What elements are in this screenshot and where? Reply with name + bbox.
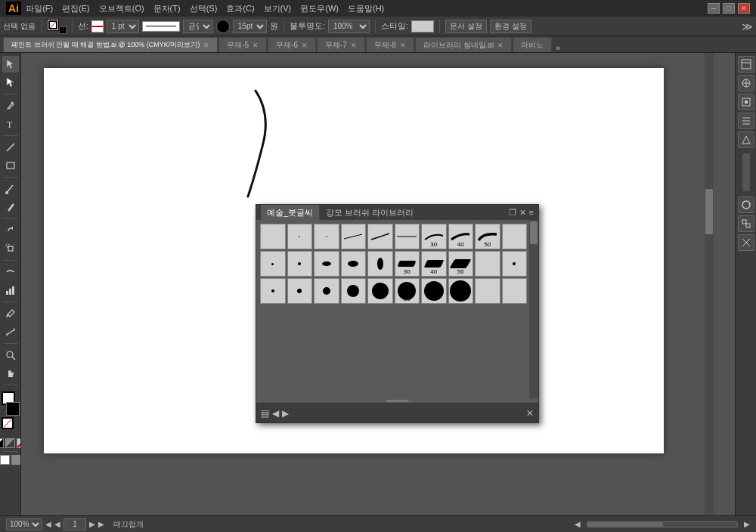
tool-rotate[interactable] bbox=[2, 222, 19, 239]
close-button[interactable]: ✕ bbox=[738, 3, 750, 14]
menu-edit[interactable]: 편집(E) bbox=[62, 3, 90, 14]
stroke-color-box[interactable] bbox=[6, 402, 20, 416]
tool-pencil[interactable] bbox=[2, 199, 19, 215]
tab-4-close[interactable]: ✕ bbox=[400, 42, 406, 49]
tab-3[interactable]: 무제-7 ✕ bbox=[317, 37, 365, 52]
tool-hand[interactable] bbox=[2, 365, 19, 382]
menu-help[interactable]: 도움말(H) bbox=[348, 3, 384, 14]
nav-prev-2[interactable]: ◀ bbox=[54, 520, 60, 528]
maximize-button[interactable]: □ bbox=[723, 3, 735, 14]
brush-cell[interactable] bbox=[287, 278, 313, 304]
menu-select[interactable]: 선택(S) bbox=[190, 3, 218, 14]
tool-pen[interactable] bbox=[2, 97, 19, 114]
tab-5[interactable]: 라이브러리 썸네일.ai ✕ bbox=[415, 37, 512, 52]
brush-cell[interactable]: 50 bbox=[448, 278, 474, 304]
brush-dialog-menu-button[interactable]: ≡ bbox=[529, 208, 534, 218]
brush-cell[interactable]: 40 bbox=[421, 251, 447, 277]
brush-cell[interactable] bbox=[341, 224, 367, 249]
fill-size-select[interactable]: 15pt bbox=[233, 20, 267, 33]
color-selector[interactable] bbox=[0, 391, 21, 416]
tab-5-close[interactable]: ✕ bbox=[497, 42, 503, 49]
brush-cell[interactable] bbox=[502, 224, 528, 249]
menu-type[interactable]: 문자(T) bbox=[153, 3, 181, 14]
right-panel-btn-1[interactable] bbox=[738, 56, 754, 73]
brush-dialog-close-button[interactable]: ✕ bbox=[519, 208, 526, 218]
brush-cell[interactable]: 50 bbox=[448, 251, 474, 277]
brush-cell[interactable] bbox=[260, 278, 286, 304]
brush-cell[interactable]: 40 bbox=[448, 224, 474, 249]
brush-cell[interactable] bbox=[314, 224, 339, 249]
env-settings-button[interactable]: 환경 설정 bbox=[490, 20, 531, 33]
menu-effect[interactable]: 효과(C) bbox=[226, 3, 254, 14]
nav-next-2[interactable]: ▶ bbox=[89, 520, 95, 528]
brush-cell[interactable]: 40 bbox=[421, 278, 447, 304]
fullscreen-button[interactable] bbox=[11, 455, 21, 465]
tab-active-close[interactable]: ✕ bbox=[203, 42, 209, 49]
right-panel-btn-7[interactable] bbox=[738, 215, 754, 232]
nav-next[interactable]: ▶ bbox=[98, 520, 104, 528]
brush-scroll-track[interactable] bbox=[529, 220, 538, 398]
brush-cell[interactable] bbox=[260, 224, 286, 249]
tab-2-close[interactable]: ✕ bbox=[302, 42, 308, 49]
brush-cell[interactable] bbox=[287, 224, 313, 249]
tool-warp[interactable] bbox=[2, 264, 19, 280]
minimize-button[interactable]: ─ bbox=[708, 3, 720, 14]
brush-cell[interactable] bbox=[367, 251, 393, 277]
toolbar-expand-button[interactable]: ≫ bbox=[742, 20, 753, 32]
brush-cell[interactable] bbox=[475, 251, 500, 277]
brush-tab-library[interactable]: 강모 브러쉬 라이브러리 bbox=[320, 205, 420, 220]
scroll-thumb[interactable] bbox=[705, 189, 713, 234]
tab-1[interactable]: 무제-5 ✕ bbox=[218, 37, 267, 52]
right-panel-btn-3[interactable] bbox=[738, 94, 754, 110]
tool-selection[interactable] bbox=[2, 56, 19, 73]
right-panel-btn-5[interactable] bbox=[738, 131, 754, 148]
brush-cell[interactable]: 30 bbox=[421, 224, 447, 249]
brush-cell[interactable] bbox=[314, 251, 339, 277]
tool-paintbrush[interactable] bbox=[2, 181, 19, 197]
brush-cell[interactable] bbox=[341, 251, 367, 277]
stroke-color-swatch[interactable] bbox=[47, 19, 67, 34]
brush-cell[interactable] bbox=[314, 278, 339, 304]
tool-rect[interactable] bbox=[2, 157, 19, 174]
stroke-weight-select[interactable]: 1 pt bbox=[107, 20, 139, 33]
nav-prev[interactable]: ◀ bbox=[45, 520, 51, 528]
menu-view[interactable]: 보기(V) bbox=[264, 3, 292, 14]
tool-graph[interactable] bbox=[2, 282, 19, 298]
zoom-select[interactable]: 100% bbox=[6, 518, 42, 530]
tab-4[interactable]: 무제-8 ✕ bbox=[366, 37, 414, 52]
stroke-style-select[interactable]: 균일 bbox=[183, 20, 213, 33]
tool-line[interactable] bbox=[2, 139, 19, 156]
opacity-select[interactable]: 100% bbox=[328, 20, 370, 33]
tab-2[interactable]: 무제-6 ✕ bbox=[268, 37, 316, 52]
screen-mode-button[interactable] bbox=[0, 455, 10, 465]
tab-active[interactable]: 페인트 브러쉬 안될 때 해결 방법.ai @ 100% (CMYK/미리보기)… bbox=[3, 37, 218, 52]
right-panel-btn-4[interactable] bbox=[738, 113, 754, 129]
tab-6[interactable]: 마비노 bbox=[513, 37, 552, 52]
brush-cell[interactable] bbox=[287, 251, 313, 277]
brush-cell[interactable] bbox=[341, 278, 367, 304]
tab-1-close[interactable]: ✕ bbox=[253, 42, 259, 49]
brush-next-button[interactable]: ▶ bbox=[282, 408, 289, 419]
menu-window[interactable]: 윈도우(W) bbox=[300, 3, 339, 14]
doc-settings-button[interactable]: 문서 설정 bbox=[445, 20, 487, 33]
tab-overflow-button[interactable]: » bbox=[553, 43, 563, 52]
brush-cell[interactable]: 30 bbox=[395, 278, 420, 304]
brush-tab-preset[interactable]: 예술_붓글씨 bbox=[261, 205, 320, 220]
brush-library-button[interactable]: ▤ bbox=[261, 408, 269, 419]
brush-prev-button[interactable]: ◀ bbox=[272, 408, 279, 419]
gradient-button[interactable] bbox=[5, 438, 15, 448]
brush-cell[interactable]: 30 bbox=[395, 251, 420, 277]
brush-scroll-thumb[interactable] bbox=[530, 221, 538, 244]
vertical-scrollbar[interactable] bbox=[705, 53, 714, 515]
tool-direct-selection[interactable] bbox=[2, 74, 19, 91]
tool-measure[interactable] bbox=[2, 323, 19, 340]
swap-colors-button[interactable] bbox=[2, 417, 14, 429]
tool-scale[interactable] bbox=[2, 240, 19, 257]
brush-dialog-footer-close[interactable]: ✕ bbox=[526, 408, 534, 419]
brush-cell[interactable] bbox=[395, 224, 420, 249]
brush-dialog-collapse-button[interactable]: ❐ bbox=[509, 208, 516, 218]
menu-object[interactable]: 오브젝트(O) bbox=[99, 3, 144, 14]
right-panel-btn-2[interactable] bbox=[738, 75, 754, 91]
tool-type[interactable]: T bbox=[2, 116, 19, 132]
normal-color-button[interactable] bbox=[0, 438, 4, 448]
